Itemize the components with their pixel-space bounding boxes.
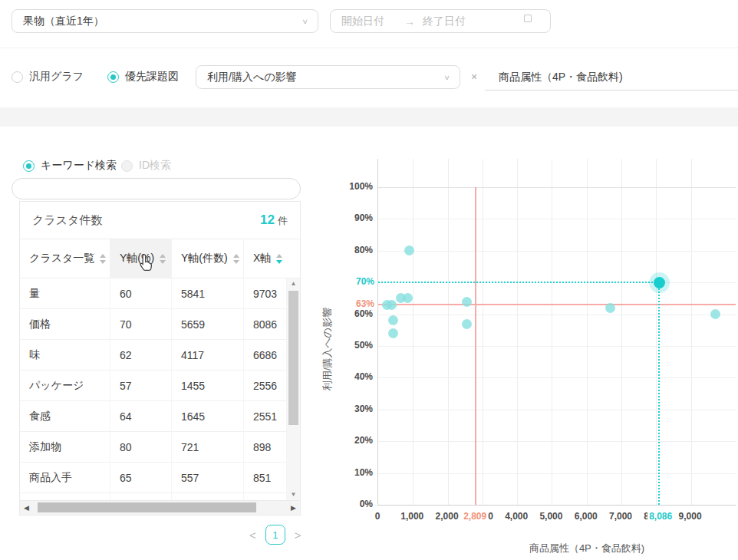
table-cell: 6686 [244, 340, 287, 370]
radio-priority-map[interactable]: 優先課題図 [107, 70, 179, 84]
dataset-select[interactable]: 果物（直近1年） ∨ [12, 9, 318, 33]
gridline-horizontal [378, 219, 736, 219]
end-date-field[interactable]: 終了日付 [423, 15, 493, 28]
horizontal-scrollbar-thumb[interactable] [38, 502, 256, 512]
table-row[interactable]: 商品入手65557851 [20, 463, 287, 493]
scatter-point[interactable] [462, 319, 472, 329]
column-header-label: Y軸(%) [120, 252, 154, 265]
table-cell: 64 [110, 401, 172, 431]
y-tick-label: 10% [333, 467, 373, 478]
radio-id-search-label: ID検索 [139, 159, 171, 173]
table-cell: 557 [172, 463, 244, 492]
scroll-down-icon[interactable]: ▼ [291, 489, 297, 500]
sort-icon[interactable] [160, 254, 166, 264]
vertical-scrollbar[interactable]: ▲ ▼ [287, 278, 300, 500]
table-cell [172, 493, 244, 500]
table-row[interactable]: パッケージ5714552556 [20, 371, 287, 401]
gridline-vertical [587, 159, 588, 505]
start-date-field[interactable]: 開始日付 [341, 15, 404, 28]
radio-checked-icon[interactable] [107, 71, 119, 83]
date-range-picker[interactable]: 開始日付 → 終了日付 [330, 9, 551, 33]
scroll-up-icon[interactable]: ▲ [291, 278, 297, 289]
gridline-vertical [552, 159, 552, 505]
gridline-vertical [448, 159, 449, 505]
x-tick-label: 4,000 [505, 511, 528, 522]
pagination: < 1 > [249, 525, 301, 545]
radio-generic-graph-label: 汎用グラフ [29, 70, 84, 84]
gridline-vertical [517, 159, 518, 505]
table-cell: 4117 [172, 340, 244, 370]
table-cell: 62 [110, 340, 172, 370]
radio-checked-icon[interactable] [23, 160, 35, 172]
table-cell: 8086 [244, 309, 287, 339]
attribute-field[interactable]: 商品属性（4P・食品飲料) [499, 71, 623, 84]
scatter-point[interactable] [388, 328, 398, 338]
radio-generic-graph[interactable]: 汎用グラフ [12, 70, 84, 84]
remove-attribute-icon[interactable]: × [471, 71, 477, 83]
table-row[interactable] [20, 493, 287, 500]
sort-icon[interactable] [100, 254, 106, 264]
table-cell [244, 493, 287, 500]
sort-icon[interactable] [276, 254, 282, 264]
scroll-left-icon[interactable]: ◀ [24, 504, 29, 512]
page-number-button[interactable]: 1 [265, 525, 285, 545]
gridline-horizontal [378, 315, 736, 315]
crosshair-horizontal-line [378, 282, 659, 283]
scatter-point[interactable] [462, 297, 472, 307]
next-page-button[interactable]: > [295, 529, 301, 542]
x-tick-label: 1,000 [400, 511, 423, 522]
vertical-scrollbar-thumb[interactable] [288, 291, 298, 425]
radio-icon[interactable] [12, 71, 23, 83]
table-cell: 2551 [244, 401, 287, 431]
x-tick-label: 9,000 [679, 511, 702, 522]
cluster-count-value: 12 [260, 212, 275, 228]
scatter-chart: 利用/購入への影響 商品属性（4P・食品飲料) 0%10%20%30%40%50… [311, 150, 738, 560]
metric-select-value: 利用/購入への影響 [207, 71, 297, 84]
scatter-point[interactable] [382, 300, 392, 310]
scatter-point[interactable] [710, 309, 720, 319]
table-header-row: クラスタ一覧Y軸(%)Y軸(件数)X軸 [20, 239, 300, 278]
prev-page-button[interactable]: < [249, 529, 256, 542]
radio-keyword-search[interactable]: キーワード検索 [23, 159, 117, 173]
gridline-horizontal [378, 377, 736, 378]
sort-icon[interactable] [233, 254, 239, 264]
metric-select[interactable]: 利用/購入への影響 ∨ [196, 65, 460, 89]
column-header-label: Y軸(件数) [181, 252, 228, 265]
table-row[interactable]: 食感6416452551 [20, 401, 287, 432]
scatter-point-selected[interactable] [654, 277, 665, 288]
crosshair-vertical-line [658, 282, 660, 505]
gridline-horizontal [378, 346, 736, 347]
gridline-horizontal [378, 410, 736, 410]
table-cell: 898 [244, 432, 287, 462]
table-row[interactable]: 量6058419703 [20, 278, 287, 309]
cluster-count-header: クラスタ件数 12 件 [20, 202, 300, 239]
column-header-1[interactable]: Y軸(%) [110, 239, 172, 278]
column-header-0[interactable]: クラスタ一覧 [20, 239, 110, 278]
scroll-right-icon[interactable]: ▶ [291, 504, 296, 512]
column-header-label: X軸 [253, 252, 271, 265]
gridline-vertical [413, 159, 413, 505]
radio-keyword-search-label: キーワード検索 [41, 159, 117, 173]
table-cell: 60 [110, 278, 172, 308]
gridline-horizontal [378, 187, 736, 188]
gridline-horizontal [378, 251, 736, 252]
y-tick-label: 80% [333, 245, 373, 255]
scatter-point[interactable] [605, 303, 615, 313]
search-input[interactable] [12, 178, 301, 199]
table-cell: 1455 [172, 371, 244, 400]
table-cell: 食感 [20, 401, 110, 431]
horizontal-scrollbar[interactable]: ◀ ▶ [20, 500, 300, 515]
selected-x-label: 8,086 [647, 511, 674, 522]
gridline-horizontal [378, 473, 736, 474]
table-cell: 5659 [172, 309, 244, 339]
table-cell: パッケージ [20, 371, 110, 400]
table-row[interactable]: 添加物80721898 [20, 432, 287, 463]
column-header-2[interactable]: Y軸(件数) [172, 239, 244, 278]
column-header-3[interactable]: X軸 [244, 239, 287, 278]
x-reference-line [475, 187, 476, 505]
table-cell: 価格 [20, 309, 110, 339]
scatter-point[interactable] [388, 315, 398, 325]
table-row[interactable]: 価格7056598086 [20, 309, 287, 340]
radio-id-search[interactable]: ID検索 [121, 159, 171, 173]
table-row[interactable]: 味6241176686 [20, 340, 287, 371]
